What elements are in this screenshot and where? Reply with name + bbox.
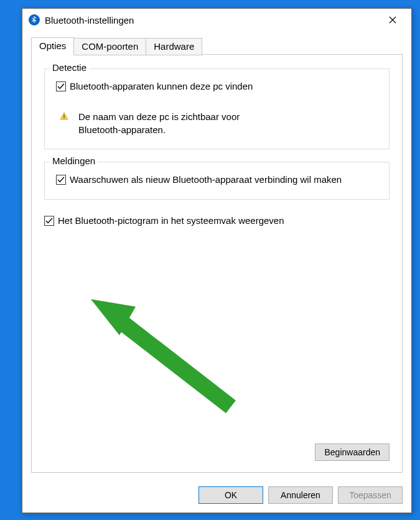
tabstrip: Opties COM-poorten Hardware [31,37,403,55]
checkbox-notify-new-device[interactable]: Waarschuwen als nieuw Bluetooth-apparaat… [56,174,378,186]
checkbox-show-tray-icon[interactable]: Het Bluetooth-pictogram in het systeemva… [44,215,390,227]
close-button[interactable] [379,11,406,29]
titlebar: Bluetooth-instellingen [22,9,411,31]
checkbox-icon [56,81,66,91]
spacer [44,227,390,443]
ok-button[interactable]: OK [198,486,263,504]
svg-rect-1 [63,115,64,118]
tab-panel-options: Detectie Bluetooth-apparaten kunnen deze… [31,54,403,473]
tab-com-ports[interactable]: COM-poorten [73,38,146,55]
dialog-button-row: OK Annuleren Toepassen [22,480,411,513]
tab-options[interactable]: Opties [31,37,74,55]
checkbox-show-tray-icon-label: Het Bluetooth-pictogram in het systeemva… [58,215,284,227]
group-notifications: Meldingen Waarschuwen als nieuw Bluetoot… [44,162,390,199]
checkbox-discoverable[interactable]: Bluetooth-apparaten kunnen deze pc vinde… [56,80,378,93]
tab-hardware[interactable]: Hardware [146,38,202,55]
bluetooth-settings-dialog: Bluetooth-instellingen Opties COM-poorte… [22,8,412,513]
window-title: Bluetooth-instellingen [45,15,379,26]
checkbox-discoverable-label: Bluetooth-apparaten kunnen deze pc vinde… [70,80,253,93]
svg-rect-2 [63,118,64,119]
warning-icon [60,112,68,121]
checkbox-notify-label: Waarschuwen als nieuw Bluetooth-apparaat… [70,174,342,186]
detection-info-text: De naam van deze pc is zichtbaar voor Bl… [78,110,278,136]
cancel-button[interactable]: Annuleren [268,486,333,504]
checkbox-icon [56,175,66,185]
group-notifications-title: Meldingen [50,156,98,166]
defaults-button[interactable]: Beginwaarden [315,443,390,461]
group-detection-title: Detectie [50,62,89,73]
detection-info-row: De naam van deze pc is zichtbaar voor Bl… [60,110,378,136]
apply-button[interactable]: Toepassen [338,486,403,504]
bluetooth-icon [29,14,40,26]
group-detection: Detectie Bluetooth-apparaten kunnen deze… [44,68,390,149]
checkbox-icon [44,216,54,226]
client-area: Opties COM-poorten Hardware Detectie Blu… [22,31,411,480]
defaults-row: Beginwaarden [44,443,390,461]
